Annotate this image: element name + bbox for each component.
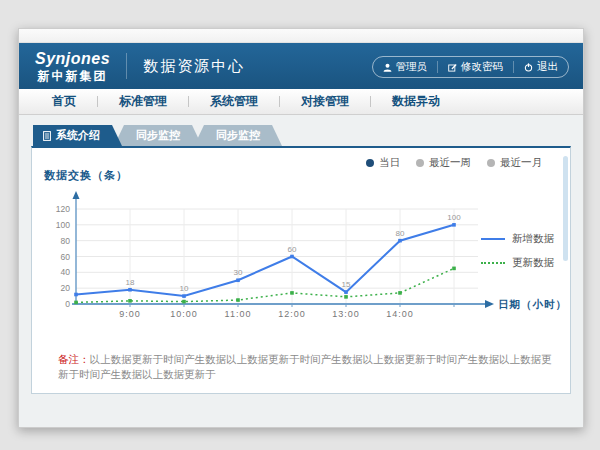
window-title-strip [19,29,583,43]
svg-text:80: 80 [396,229,405,238]
svg-text:100: 100 [447,213,461,222]
nav-item-1[interactable]: 标准管理 [98,89,188,114]
footnote: 备注：以上数据更新于时间产生数据以上数据更新于时间产生数据以上数据更新于时间产生… [58,352,552,381]
radio-label: 最近一周 [429,156,471,170]
user-menu: 管理员修改密码退出 [372,56,570,78]
app-window: Synjones 新中新集团 数据资源中心 管理员修改密码退出 首页标准管理系统… [18,28,584,428]
logout-button[interactable]: 退出 [513,61,568,73]
svg-text:9:00: 9:00 [119,309,141,319]
change-password-button[interactable]: 修改密码 [437,61,513,73]
legend-label: 更新数据 [512,256,554,270]
radio-dot-icon [366,159,374,167]
admin-user-button[interactable]: 管理员 [373,61,438,73]
time-filter-0[interactable]: 当日 [366,156,400,170]
nav-item-3[interactable]: 对接管理 [280,89,370,114]
time-filter-1[interactable]: 最近一周 [416,156,471,170]
svg-text:80: 80 [61,236,71,246]
radio-label: 当日 [379,156,400,170]
legend-item-0: 新增数据 [481,232,554,246]
svg-text:60: 60 [61,252,71,262]
svg-text:10: 10 [180,284,189,293]
chart-panel: 当日最近一周最近一月 数据交换（条） 0204060801001209:0010… [31,146,571,394]
logo-subname: 新中新集团 [35,70,110,82]
svg-text:40: 40 [61,267,71,277]
svg-text:30: 30 [234,268,243,277]
footnote-text: 以上数据更新于时间产生数据以上数据更新于时间产生数据以上数据更新于时间产生数据以… [58,353,552,380]
time-filter-group: 当日最近一周最近一月 [366,156,542,170]
legend-line-sample [481,262,505,264]
svg-text:11:00: 11:00 [225,309,252,319]
nav-item-4[interactable]: 数据异动 [371,89,461,114]
y-axis-title: 数据交换（条） [44,168,128,183]
app-header: Synjones 新中新集团 数据资源中心 管理员修改密码退出 [19,43,583,89]
menu-button-label: 管理员 [396,60,428,74]
page-title: 数据资源中心 [126,53,245,79]
content-area: 系统介绍同步监控同步监控 当日最近一周最近一月 数据交换（条） 02040608… [19,115,583,427]
chart-legend: 新增数据更新数据 [481,232,554,280]
svg-text:10:00: 10:00 [170,309,198,319]
svg-text:0: 0 [65,299,70,309]
tab-label: 系统介绍 [56,125,100,146]
legend-item-1: 更新数据 [481,256,554,270]
tab-2[interactable]: 同步监控 [194,125,282,146]
user-icon [383,63,392,72]
main-nav: 首页标准管理系统管理对接管理数据异动 [19,89,583,115]
menu-button-label: 退出 [537,60,558,74]
nav-item-0[interactable]: 首页 [31,89,97,114]
power-icon [524,63,533,72]
radio-dot-icon [416,159,424,167]
tab-label: 同步监控 [136,125,180,146]
svg-text:12:00: 12:00 [278,309,306,319]
svg-text:120: 120 [56,204,70,214]
nav-item-2[interactable]: 系统管理 [189,89,279,114]
radio-label: 最近一月 [500,156,542,170]
edit-icon [448,63,457,72]
svg-text:13:00: 13:00 [332,309,360,319]
tab-label: 同步监控 [216,125,260,146]
svg-text:20: 20 [61,283,71,293]
tab-0[interactable]: 系统介绍 [33,125,122,146]
legend-line-sample [481,238,505,240]
svg-text:100: 100 [56,220,70,230]
logo-name: Synjones [35,51,110,67]
svg-text:日期（小时）: 日期（小时） [498,298,567,311]
svg-text:18: 18 [126,278,135,287]
svg-text:60: 60 [288,245,297,254]
document-icon [43,131,51,141]
footnote-label: 备注： [58,353,90,365]
company-logo: Synjones 新中新集团 [35,51,110,82]
radio-dot-icon [487,159,495,167]
svg-text:14:00: 14:00 [386,309,414,319]
legend-label: 新增数据 [512,232,554,246]
svg-text:15: 15 [342,280,351,289]
menu-button-label: 修改密码 [461,60,503,74]
time-filter-2[interactable]: 最近一月 [487,156,542,170]
panel-scrollbar[interactable] [563,156,568,261]
tab-1[interactable]: 同步监控 [114,125,202,146]
tab-bar: 系统介绍同步监控同步监控 [33,125,583,146]
